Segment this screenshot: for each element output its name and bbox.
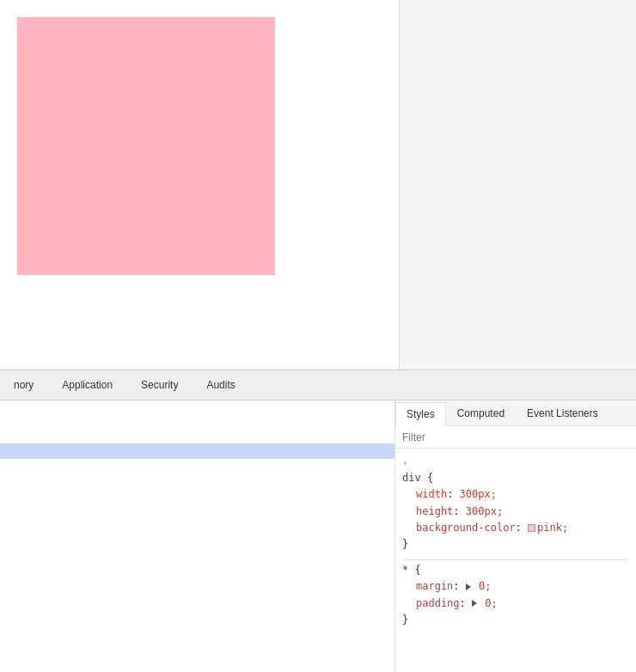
styles-tabs: Styles Computed Event Listeners	[395, 400, 636, 426]
tab-audits[interactable]: Audits	[193, 372, 249, 398]
css-brace-close-star: }	[402, 614, 408, 626]
css-selector-div: div	[402, 472, 421, 484]
pink-box	[17, 17, 275, 275]
filter-bar[interactable]	[395, 426, 636, 449]
styles-panel: Styles Computed Event Listeners , div { …	[395, 400, 636, 672]
triangle-icon-padding	[472, 600, 477, 607]
css-rule-div: div { width: 300px; height: 300px; backg…	[402, 470, 629, 553]
triangle-icon-margin	[466, 583, 471, 590]
css-prop-bgcolor: background-color: pink;	[416, 522, 568, 534]
devtools-tabs: nory Application Security Audits	[0, 370, 636, 400]
tab-nory[interactable]: nory	[0, 372, 48, 398]
devtools-panel: Styles Computed Event Listeners , div { …	[0, 400, 636, 672]
preview-right	[400, 0, 636, 370]
rule-divider	[402, 559, 629, 560]
rule-separator: ,	[402, 452, 629, 468]
tab-security[interactable]: Security	[127, 372, 193, 398]
preview-area	[0, 0, 636, 370]
tab-computed[interactable]: Computed	[446, 401, 516, 425]
dom-highlight	[0, 443, 394, 459]
css-prop-height: height: 300px;	[416, 505, 503, 517]
dom-panel	[0, 400, 395, 672]
css-prop-padding: padding: 0;	[416, 597, 498, 609]
css-brace-open: {	[427, 472, 433, 484]
filter-input[interactable]	[402, 431, 629, 443]
css-brace-close-div: }	[402, 538, 408, 550]
tab-application[interactable]: Application	[48, 372, 127, 398]
tab-event-listeners[interactable]: Event Listeners	[516, 401, 609, 425]
css-selector-star: *	[402, 564, 408, 576]
css-prop-margin: margin: 0;	[416, 580, 492, 592]
css-rule-star: * { margin: 0; padding: 0; }	[402, 562, 629, 628]
color-swatch-pink	[528, 524, 535, 532]
css-prop-width: width: 300px;	[416, 488, 497, 500]
tab-styles[interactable]: Styles	[395, 402, 446, 426]
preview-left	[0, 0, 400, 370]
css-rules: , div { width: 300px; height: 300px; bac…	[395, 449, 636, 638]
css-brace-open-star: {	[414, 564, 420, 576]
